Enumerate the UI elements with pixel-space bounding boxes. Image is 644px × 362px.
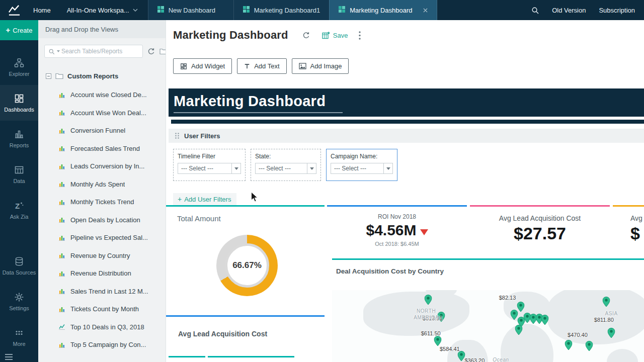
- map-label: $363.20: [465, 357, 485, 362]
- bar-chart-icon: [58, 163, 65, 170]
- tree-item-forecasted-sales-trend[interactable]: Forecasted Sales Trend: [38, 140, 166, 158]
- widget-title: Avg Lead Acquisition Cost: [166, 317, 325, 338]
- add-text-icon: [244, 63, 250, 69]
- menu-icon[interactable]: [5, 354, 13, 360]
- bar-chart-icon: [58, 92, 65, 99]
- partial-kpi-widget[interactable]: Avg $: [613, 205, 644, 256]
- sidebar-item-data[interactable]: Data: [0, 156, 38, 192]
- map-pin-icon[interactable]: [607, 328, 615, 338]
- drag-handle-icon: [175, 132, 180, 139]
- sidebar-item-label: Dashboards: [4, 107, 34, 113]
- bar-chart-icon: [58, 109, 65, 116]
- close-tab-icon[interactable]: [423, 8, 428, 13]
- refresh-icon[interactable]: [147, 48, 155, 55]
- collapse-icon[interactable]: [46, 73, 51, 79]
- avg-lead-cost-kpi-widget[interactable]: Avg Lead Acquisition Cost $27.57: [470, 205, 610, 256]
- map-pin-icon[interactable]: [434, 336, 442, 346]
- save-label: Save: [333, 32, 348, 39]
- dropdown-caret-icon: [307, 163, 316, 173]
- tree-item-open-deals-by-location[interactable]: Open Deals by Location: [38, 211, 166, 229]
- sidebar-item-label: Settings: [9, 305, 29, 311]
- nav-home[interactable]: Home: [28, 7, 56, 14]
- sidebar-item-more[interactable]: More: [0, 319, 38, 355]
- avg-lead-cost-chart-widget[interactable]: Avg Lead Acquisition Cost: [166, 315, 325, 354]
- map-pin-icon[interactable]: [585, 341, 593, 351]
- tree-item-leads-conversion-by-in[interactable]: Leads Conversion by In...: [38, 157, 166, 175]
- search-icon[interactable]: [531, 7, 539, 14]
- search-tables-input[interactable]: [61, 48, 139, 55]
- map-pin-icon[interactable]: [602, 297, 610, 307]
- filter-value: --- Select ---: [181, 165, 213, 172]
- banner-widget[interactable]: Marketing Dashboard: [169, 88, 644, 117]
- workspace-selector[interactable]: All-In-One Workspa...: [61, 7, 144, 14]
- tree-item-pipeline-vs-expected-sal[interactable]: Pipeline vs Expected Sal...: [38, 229, 166, 247]
- map-pin-icon[interactable]: [517, 302, 525, 312]
- report-label: Pipeline vs Expected Sal...: [70, 234, 148, 241]
- total-amount-widget[interactable]: Total Amount 66.67%: [166, 205, 325, 315]
- search-tables-box[interactable]: [44, 45, 143, 58]
- widget-title: Total Amount: [166, 207, 325, 223]
- sidebar-item-dashboards[interactable]: Dashboards: [0, 85, 38, 121]
- add-image-button[interactable]: Add Image: [292, 58, 349, 74]
- tree-item-revenue-distribution[interactable]: Revenue Distribution: [38, 264, 166, 283]
- zoho-analytics-logo-icon[interactable]: [0, 4, 28, 17]
- subscription-link[interactable]: Subscription: [599, 7, 635, 14]
- old-version-link[interactable]: Old Version: [552, 7, 586, 14]
- tree-item-monthly-ads-spent[interactable]: Monthly Ads Spent: [38, 175, 166, 194]
- report-label: Top 10 Deals in Q3, 2018: [70, 323, 144, 331]
- tab-new-dashboard[interactable]: New Dashboard: [148, 0, 233, 20]
- panel-header: Drag and Drop the Views: [38, 20, 166, 38]
- tree-item-tickets-count-by-month[interactable]: Tickets Count by Month: [38, 300, 166, 318]
- tab-marketing-dashboard1[interactable]: Marketing Dashboard1: [233, 0, 330, 20]
- tree-item-conversion-funnel[interactable]: Conversion Funnel: [38, 122, 166, 140]
- filter-select[interactable]: --- Select ---: [178, 163, 241, 174]
- kpi-value: $4.56M: [366, 222, 416, 238]
- button-label: Add Text: [254, 62, 279, 70]
- data-icon: [14, 165, 24, 175]
- sidebar-item-label: Explorer: [9, 71, 30, 77]
- deal-map-widget[interactable]: Deal Acquisition Cost by Country $82.13$…: [332, 258, 644, 362]
- svg-text:Z: Z: [15, 202, 20, 210]
- tree-item-sales-trend-in-last-12-m[interactable]: Sales Trend in Last 12 M...: [38, 283, 166, 301]
- folder-custom-reports[interactable]: Custom Reports: [38, 68, 166, 84]
- line-chart-icon: [58, 323, 65, 330]
- tree-item-top-10-deals-in-q3-2018[interactable]: Top 10 Deals in Q3, 2018: [38, 318, 166, 336]
- sidebar-item-explorer[interactable]: Explorer: [0, 49, 38, 85]
- tab-marketing-dashboard[interactable]: Marketing Dashboard: [329, 0, 437, 20]
- bar-chart-icon: [58, 252, 65, 259]
- bar-chart-icon: [58, 145, 65, 152]
- refresh-icon[interactable]: [302, 32, 310, 39]
- tab-label: Marketing Dashboard: [350, 7, 412, 14]
- map-pin-icon[interactable]: [541, 315, 548, 325]
- more-options-icon[interactable]: [359, 31, 361, 40]
- top-bar: Home All-In-One Workspa... New Dashboard…: [0, 0, 644, 20]
- filter-select[interactable]: --- Select ---: [255, 163, 316, 174]
- map-pin-icon[interactable]: [515, 325, 522, 335]
- filter-campaign-name: Campaign Name:--- Select ---: [326, 149, 397, 181]
- sidebar-item-data-sources[interactable]: Data Sources: [0, 248, 38, 284]
- roi-widget[interactable]: ROI Nov 2018 $4.56M Oct 2018: $6.45M: [327, 205, 467, 256]
- tree-item-monthly-tickets-trend[interactable]: Monthly Tickets Trend: [38, 193, 166, 211]
- create-button[interactable]: Create: [0, 20, 38, 40]
- tree-item-account-wise-won-deal[interactable]: Account Wise Won Deal...: [38, 104, 166, 122]
- sidebar-item-reports[interactable]: Reports: [0, 121, 38, 156]
- save-button[interactable]: Save: [322, 31, 348, 39]
- map-label: NORTH AMERICA: [412, 308, 441, 321]
- sidebar-item-ask-zia[interactable]: ZAsk Zia: [0, 192, 38, 228]
- filter-value: --- Select ---: [334, 165, 366, 172]
- report-label: Leads Conversion by In...: [70, 162, 144, 170]
- dashboard-canvas: Marketing Dashboard Save Add WidgetAdd T…: [166, 20, 644, 362]
- add-text-button[interactable]: Add Text: [237, 58, 286, 74]
- folder-crm-data-reports[interactable]: CRM Data & Reports: [38, 359, 166, 362]
- tree-item-account-wise-closed-de[interactable]: Account wise Closed De...: [38, 86, 166, 104]
- folder-view-icon[interactable]: [159, 48, 166, 55]
- tree-item-revenue-by-country[interactable]: Revenue by Country: [38, 247, 166, 265]
- map-pin-icon[interactable]: [565, 340, 572, 350]
- map-pin-icon[interactable]: [424, 295, 432, 305]
- add-widget-button[interactable]: Add Widget: [173, 58, 232, 74]
- filter-select[interactable]: --- Select ---: [331, 163, 393, 174]
- user-filters-header[interactable]: User Filters: [169, 129, 644, 143]
- sidebar-item-settings[interactable]: Settings: [0, 284, 38, 319]
- add-user-filters-link[interactable]: Add User Filters: [173, 193, 236, 207]
- tree-item-top-5-campaign-by-con[interactable]: Top 5 Campaign by Con...: [38, 336, 166, 354]
